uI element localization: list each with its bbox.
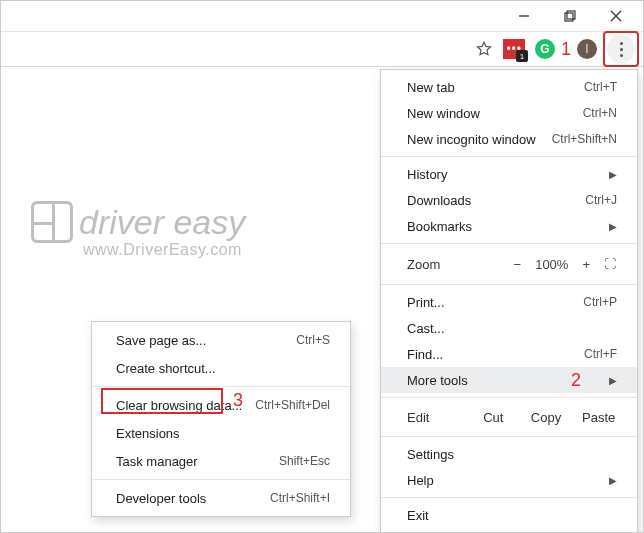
submenu-item-developer-tools[interactable]: Developer tools Ctrl+Shift+I [92, 484, 350, 512]
menu-item-new-window[interactable]: New window Ctrl+N [381, 100, 637, 126]
menu-item-help[interactable]: Help ▶ [381, 467, 637, 493]
menu-item-new-tab[interactable]: New tab Ctrl+T [381, 74, 637, 100]
chrome-main-menu: New tab Ctrl+T New window Ctrl+N New inc… [380, 69, 638, 533]
svg-rect-1 [565, 13, 573, 21]
bookmark-star-icon[interactable] [475, 40, 493, 58]
zoom-in-button[interactable]: + [582, 257, 590, 272]
menu-item-more-tools[interactable]: More tools 2 ▶ [381, 367, 637, 393]
browser-toolbar: ••• 1 G 1 I [1, 31, 643, 67]
more-tools-submenu: Save page as... Ctrl+S Create shortcut..… [91, 321, 351, 517]
menu-item-settings[interactable]: Settings [381, 441, 637, 467]
watermark-url: www.DriverEasy.com [83, 241, 245, 259]
menu-item-zoom: Zoom − 100% + ⛶ [381, 248, 637, 280]
submenu-item-task-manager[interactable]: Task manager Shift+Esc [92, 447, 350, 475]
menu-item-bookmarks[interactable]: Bookmarks ▶ [381, 213, 637, 239]
menu-item-cast[interactable]: Cast... [381, 315, 637, 341]
submenu-item-save-page[interactable]: Save page as... Ctrl+S [92, 326, 350, 354]
chrome-menu-button[interactable] [607, 35, 635, 63]
menu-item-find[interactable]: Find... Ctrl+F [381, 341, 637, 367]
chevron-right-icon: ▶ [605, 221, 617, 232]
chevron-right-icon: ▶ [605, 475, 617, 486]
watermark: driver easy www.DriverEasy.com [31, 201, 245, 259]
extension-grammarly-icon[interactable]: G [535, 39, 555, 59]
menu-item-exit[interactable]: Exit [381, 502, 637, 528]
menu-item-edit-row: Edit Cut Copy Paste [381, 402, 637, 432]
watermark-brand: driver easy [79, 203, 245, 242]
extension-badge: 1 [516, 50, 528, 62]
window-titlebar [1, 1, 643, 31]
minimize-button[interactable] [501, 1, 547, 31]
menu-item-print[interactable]: Print... Ctrl+P [381, 289, 637, 315]
menu-item-history[interactable]: History ▶ [381, 161, 637, 187]
edit-copy-button[interactable]: Copy [520, 410, 573, 425]
edit-cut-button[interactable]: Cut [467, 410, 520, 425]
menu-item-new-incognito[interactable]: New incognito window Ctrl+Shift+N [381, 126, 637, 152]
chevron-right-icon: ▶ [605, 375, 617, 386]
annotation-step-1: 1 [561, 39, 571, 60]
watermark-logo-icon [31, 201, 73, 243]
edit-paste-button[interactable]: Paste [572, 410, 625, 425]
chevron-right-icon: ▶ [605, 169, 617, 180]
submenu-item-extensions[interactable]: Extensions [92, 419, 350, 447]
svg-rect-2 [567, 11, 575, 19]
menu-item-downloads[interactable]: Downloads Ctrl+J [381, 187, 637, 213]
submenu-item-create-shortcut[interactable]: Create shortcut... [92, 354, 350, 382]
close-button[interactable] [593, 1, 639, 31]
vertical-ellipsis-icon [620, 42, 623, 57]
extension-lastpass-icon[interactable]: ••• 1 [503, 39, 525, 59]
zoom-value: 100% [535, 257, 568, 272]
fullscreen-icon[interactable]: ⛶ [604, 257, 617, 271]
maximize-button[interactable] [547, 1, 593, 31]
profile-avatar[interactable]: I [577, 39, 597, 59]
submenu-item-clear-data[interactable]: Clear browsing data... Ctrl+Shift+Del [92, 391, 350, 419]
zoom-out-button[interactable]: − [514, 257, 522, 272]
annotation-step-2: 2 [571, 370, 581, 391]
